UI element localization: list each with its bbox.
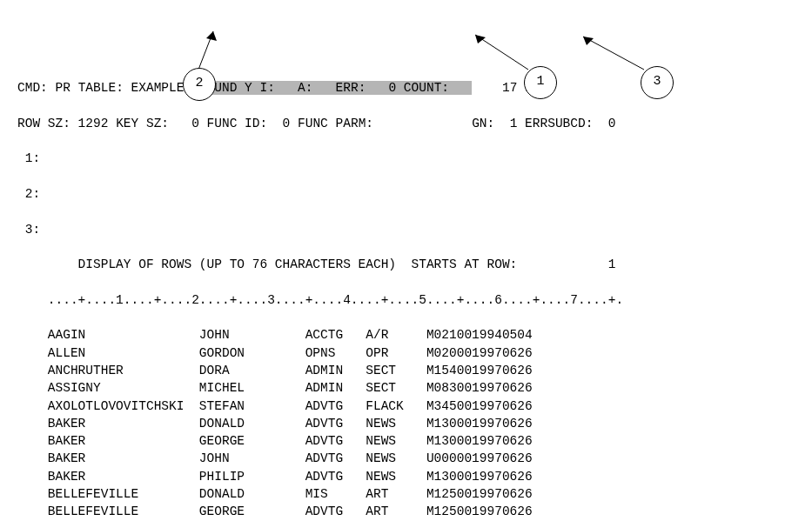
table-row: BAKER DONALD ADVTG NEWS M1300019970626 bbox=[17, 415, 795, 432]
count-label: COUNT: bbox=[404, 81, 449, 95]
rowsz-value: 1292 bbox=[70, 117, 109, 130]
a-label: A: bbox=[298, 81, 312, 95]
gn-label: GN: bbox=[472, 117, 494, 130]
errsubcd-label: ERRSUBCD: bbox=[525, 117, 593, 130]
cmd-value[interactable]: PR bbox=[56, 81, 70, 95]
table-label: TABLE: bbox=[78, 81, 124, 95]
gn-value: 1 bbox=[494, 117, 517, 130]
table-row: BAKER GEORGE ADVTG NEWS M1300019970626 bbox=[17, 432, 795, 450]
table-row: ASSIGNY MICHEL ADMIN SECT M0830019970626 bbox=[17, 379, 795, 397]
svg-line-2 bbox=[475, 35, 528, 70]
keysz-value: 0 bbox=[169, 117, 199, 130]
rowsz-label: ROW SZ: bbox=[17, 117, 70, 130]
svg-line-4 bbox=[583, 37, 644, 70]
input-line-3[interactable]: 3: bbox=[17, 221, 795, 238]
funcid-label: FUNC ID: bbox=[207, 117, 268, 130]
cmd-label: CMD: bbox=[17, 81, 48, 95]
data-rows: AAGIN JOHN ACCTG A/R M0210019940504 ALLE… bbox=[17, 326, 795, 521]
table-row: BAKER JOHN ADVTG NEWS U0000019970626 bbox=[17, 450, 795, 467]
keysz-label: KEY SZ: bbox=[116, 117, 169, 130]
table-row: ALLEN GORDON OPNS OPR M0200019970626 bbox=[17, 344, 795, 362]
i-label: I: bbox=[260, 81, 275, 95]
funcparm-label: FUNC PARM: bbox=[298, 117, 373, 130]
svg-marker-1 bbox=[206, 31, 217, 41]
table-row: AXOLOTLOVOVITCHSKI STEFAN ADVTG FLACK M3… bbox=[17, 397, 795, 415]
input-line-1[interactable]: 1: bbox=[17, 150, 795, 167]
header-line-1: CMD: PR TABLE: EXAMPLE FOUND Y I: A: ERR… bbox=[17, 79, 795, 97]
errsubcd-value: 0 bbox=[593, 117, 615, 130]
count-value: 17 bbox=[472, 81, 517, 95]
table-row: AAGIN JOHN ACCTG A/R M0210019940504 bbox=[17, 326, 795, 344]
table-row: BELLEFEVILLE GEORGE ADVTG ART M125001997… bbox=[17, 503, 795, 520]
found-label: FOUND bbox=[199, 81, 238, 95]
display-caption: DISPLAY OF ROWS (UP TO 76 CHARACTERS EAC… bbox=[17, 256, 795, 273]
table-row: BELLEFEVILLE DONALD MIS ART M12500199706… bbox=[17, 485, 795, 503]
table-row: BAKER PHILIP ADVTG NEWS M1300019970626 bbox=[17, 468, 795, 485]
err-label: ERR: bbox=[336, 81, 366, 95]
found-value: Y bbox=[245, 81, 252, 95]
column-ruler: ....+....1....+....2....+....3....+....4… bbox=[17, 291, 795, 309]
table-value[interactable]: EXAMPLE bbox=[131, 81, 192, 95]
svg-line-0 bbox=[198, 31, 213, 70]
l-label: L: bbox=[525, 81, 540, 95]
svg-marker-5 bbox=[583, 37, 594, 45]
funcid-value: 0 bbox=[267, 117, 290, 130]
err-value: 0 bbox=[366, 81, 396, 95]
input-line-2[interactable]: 2: bbox=[17, 185, 795, 203]
table-row: ANCHRUTHER DORA ADMIN SECT M154001997062… bbox=[17, 362, 795, 379]
svg-marker-3 bbox=[475, 35, 486, 43]
header-line-2: ROW SZ: 1292 KEY SZ: 0 FUNC ID: 0 FUNC P… bbox=[17, 115, 795, 132]
